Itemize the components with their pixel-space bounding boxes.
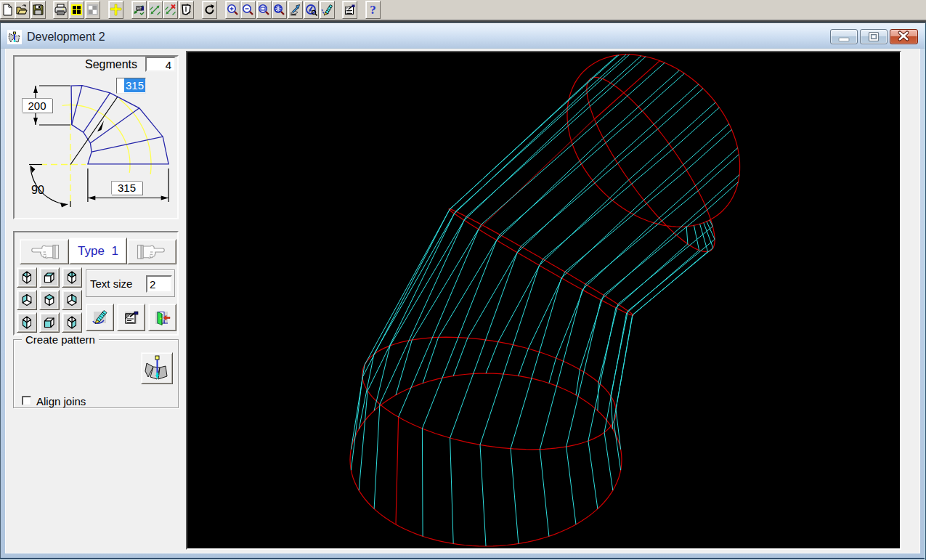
svg-text:?: ? [370,4,376,16]
